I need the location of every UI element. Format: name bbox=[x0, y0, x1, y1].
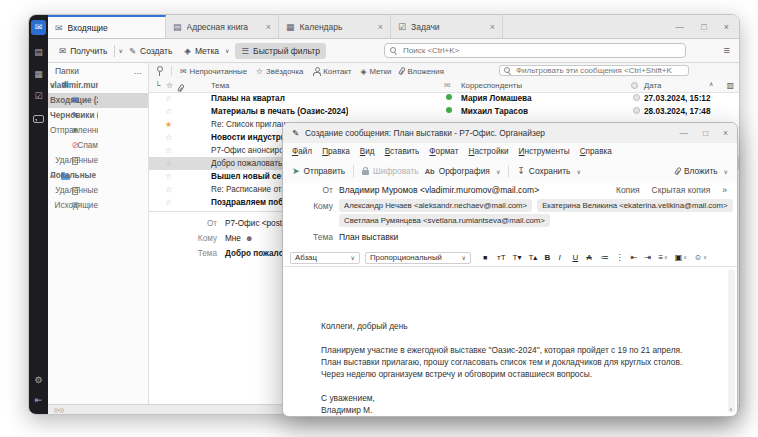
star-icon[interactable]: ☆ bbox=[165, 159, 172, 169]
junk-column-icon[interactable] bbox=[631, 82, 638, 91]
tab-close-icon[interactable]: × bbox=[266, 22, 271, 32]
correspondents-column-header[interactable]: Корреспонденты bbox=[461, 81, 522, 90]
star-icon[interactable]: ☆ bbox=[165, 107, 172, 117]
italic-icon[interactable]: I bbox=[558, 254, 565, 262]
font-size-down-icon[interactable]: T▾ bbox=[513, 254, 522, 262]
font-size-up-icon[interactable]: T▴ bbox=[528, 254, 537, 262]
scrollbar[interactable]: ∧ bbox=[728, 269, 735, 413]
font-select[interactable]: Пропорциональный ∨ bbox=[365, 252, 471, 264]
bold-icon[interactable]: B bbox=[544, 254, 551, 262]
star-icon[interactable]: ★ bbox=[165, 120, 172, 130]
clear-formatting-icon[interactable]: A bbox=[586, 254, 593, 262]
bullet-list-icon[interactable]: ≔ bbox=[600, 254, 608, 262]
align-icon[interactable]: ≡∨ bbox=[658, 254, 667, 262]
compose-menu-item[interactable]: Правка bbox=[322, 147, 350, 156]
minimize-icon[interactable]: — bbox=[675, 22, 684, 32]
app-menu-icon[interactable]: ≡ bbox=[724, 44, 730, 56]
compose-menu-item[interactable]: Формат bbox=[429, 147, 458, 156]
recipient-pill[interactable]: Светлана Румянцева <svetlana.rumiantseva… bbox=[339, 214, 550, 227]
compose-title-bar[interactable]: ✎ Создание сообщения: План выставки - Р7… bbox=[283, 123, 737, 143]
folder-options-button[interactable]: … bbox=[134, 66, 143, 76]
mail-space-button[interactable]: ✉ bbox=[31, 20, 46, 35]
address-book-space-button[interactable]: ▤ bbox=[31, 45, 46, 60]
column-picker-icon[interactable]: ▥ bbox=[727, 81, 734, 90]
folder-trash[interactable]: Удалённые bbox=[48, 153, 148, 168]
tasks-space-button[interactable]: ☑ bbox=[31, 89, 46, 104]
compose-menu-item[interactable]: Справка bbox=[580, 147, 612, 156]
quick-filter-toggle[interactable]: ☰ Быстрый фильтр bbox=[235, 43, 326, 59]
chat-space-button[interactable] bbox=[31, 111, 46, 126]
text-color-icon[interactable]: ■ bbox=[483, 254, 490, 261]
compose-button[interactable]: ✎ Создать bbox=[123, 43, 178, 59]
unread-dot[interactable] bbox=[446, 107, 452, 113]
filter-search-input[interactable] bbox=[514, 65, 674, 76]
compose-menu-item[interactable]: Вставить bbox=[385, 147, 420, 156]
filter-contact-button[interactable]: Контакт bbox=[312, 67, 351, 76]
global-search[interactable] bbox=[384, 43, 686, 58]
smiley-icon[interactable]: ☺∨ bbox=[694, 254, 707, 262]
filter-search[interactable] bbox=[499, 65, 689, 76]
tab-2[interactable]: ▤Адресная книга× bbox=[166, 15, 279, 38]
compose-menu-item[interactable]: Файл bbox=[292, 147, 312, 156]
indent-icon[interactable]: ⇥ bbox=[644, 254, 651, 262]
star-icon[interactable]: ☆ bbox=[165, 94, 172, 104]
cc-button[interactable]: Копия bbox=[616, 185, 640, 195]
date-column-header[interactable]: Дата bbox=[644, 81, 661, 90]
get-mail-button[interactable]: ✉ Получить bbox=[53, 43, 113, 59]
minimize-icon[interactable]: — bbox=[679, 128, 688, 138]
maximize-icon[interactable]: □ bbox=[701, 22, 706, 32]
global-search-input[interactable] bbox=[401, 45, 656, 56]
junk-icon[interactable] bbox=[633, 94, 640, 101]
from-value[interactable]: Владимир Муромов <vladimir.muromov@mail.… bbox=[339, 185, 539, 195]
star-icon[interactable]: ☆ bbox=[165, 172, 172, 182]
thread-column-icon[interactable]: └ bbox=[155, 81, 161, 90]
subject-input[interactable]: План выставки bbox=[339, 232, 398, 242]
filter-unread-button[interactable]: ✉Непрочитанные bbox=[180, 67, 247, 76]
spelling-button[interactable]: Ab Орфография ∨ bbox=[425, 166, 501, 176]
close-icon[interactable]: × bbox=[724, 22, 729, 32]
pin-icon[interactable] bbox=[155, 66, 163, 76]
attach-button[interactable]: Вложить ∨ bbox=[676, 166, 728, 176]
tab-close-icon[interactable]: × bbox=[378, 22, 383, 32]
more-recipients-icon[interactable]: » bbox=[722, 185, 727, 195]
folder-account[interactable]: ∨✉vladimir.muro...mail.com bbox=[48, 78, 148, 93]
star-icon[interactable]: ☆ bbox=[165, 146, 172, 156]
folder-local[interactable]: ∨Локальные папки bbox=[48, 168, 148, 183]
collapse-rail-button[interactable]: ⇤ bbox=[31, 393, 46, 408]
filter-attachments-button[interactable]: Вложения bbox=[400, 67, 444, 76]
compose-menu-item[interactable]: Настройки bbox=[468, 147, 508, 156]
folder-outbox[interactable]: ✉Исходящие bbox=[48, 198, 148, 213]
insert-icon[interactable]: ▣∨ bbox=[675, 254, 687, 262]
star-icon[interactable]: ☆ bbox=[165, 185, 172, 195]
folder-spam[interactable]: ⊘Спам bbox=[48, 138, 148, 153]
calendar-space-button[interactable]: ▦ bbox=[31, 67, 46, 82]
outdent-icon[interactable]: ⇤ bbox=[630, 254, 637, 262]
star-icon[interactable]: ☆ bbox=[165, 133, 172, 143]
star-column-icon[interactable]: ☆ bbox=[166, 81, 173, 90]
junk-icon[interactable] bbox=[633, 107, 640, 114]
sort-ascending-icon[interactable]: ∧ bbox=[709, 81, 713, 88]
send-button[interactable]: ➤ Отправить bbox=[292, 166, 345, 176]
font-style-icon[interactable]: тТ bbox=[497, 254, 506, 262]
paragraph-format-select[interactable]: Абзац ∨ bbox=[290, 252, 360, 264]
folder-trash-local[interactable]: Удалённые bbox=[48, 183, 148, 198]
settings-button[interactable]: ⚙ bbox=[31, 373, 46, 388]
bcc-button[interactable]: Скрытая копия bbox=[652, 185, 711, 195]
tab-4[interactable]: ☑Задачи× bbox=[391, 15, 503, 38]
folder-drafts[interactable]: ✎Черновики (1) bbox=[48, 108, 148, 123]
tab-3[interactable]: ▦Календарь× bbox=[279, 15, 391, 38]
maximize-icon[interactable]: □ bbox=[703, 128, 708, 138]
message-row[interactable]: ☆Планы на кварталМария Ломашева27.03.202… bbox=[149, 92, 739, 105]
folder-inbox[interactable]: ✉Входящие (27) bbox=[48, 93, 148, 108]
tag-button[interactable]: ◈ Метка ∨ bbox=[178, 43, 235, 59]
recipient-pill[interactable]: Александр Нечаев <aleksandr.nechaev@mail… bbox=[339, 199, 532, 212]
unread-dot[interactable] bbox=[446, 94, 452, 100]
compose-body-editor[interactable]: Коллеги, добрый деньПланируем участие в … bbox=[283, 268, 728, 416]
unread-column-icon[interactable]: ✉ bbox=[444, 81, 451, 90]
subject-column-header[interactable]: Тема bbox=[211, 81, 229, 90]
encrypt-button[interactable]: Шифровать bbox=[362, 166, 419, 176]
compose-menu-item[interactable]: Инструменты bbox=[519, 147, 570, 156]
tab-1[interactable]: ✉Входящие bbox=[48, 15, 166, 38]
compose-menu-item[interactable]: Вид bbox=[360, 147, 375, 156]
scroll-up-icon[interactable]: ∧ bbox=[729, 406, 733, 412]
